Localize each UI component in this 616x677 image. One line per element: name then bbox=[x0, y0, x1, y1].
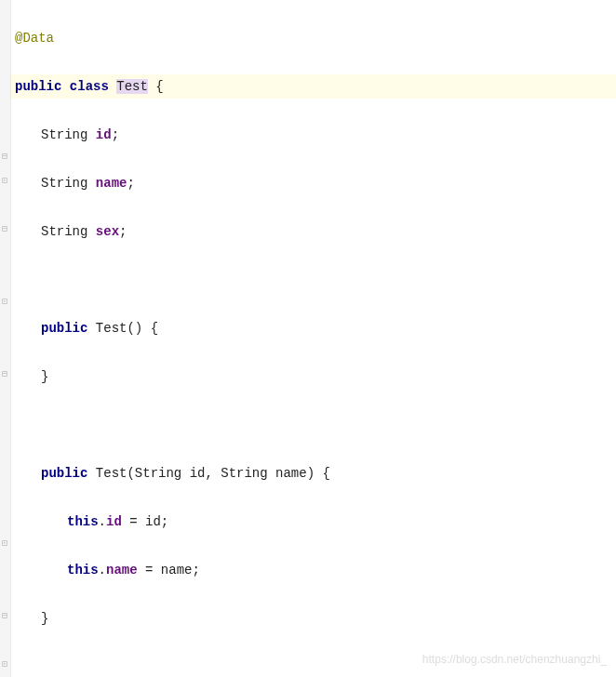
field-id: id bbox=[96, 127, 112, 142]
dot: . bbox=[99, 514, 106, 529]
assign-id: = id; bbox=[122, 514, 168, 529]
keyword-public: public bbox=[41, 321, 87, 336]
field-id: id bbox=[106, 514, 122, 529]
fold-collapse-icon[interactable]: ⊟ bbox=[0, 153, 9, 162]
editor-gutter: ⊟ ⊡ ⊟ ⊡ ⊟ ⊡ ⊟ ⊡ bbox=[0, 0, 11, 677]
keyword-public: public bbox=[41, 466, 87, 481]
type-string: String bbox=[41, 224, 87, 239]
ctor-params: (String id, String name) { bbox=[127, 466, 329, 481]
ctor-empty-sig: () { bbox=[127, 321, 158, 336]
fold-open-icon[interactable]: ⊡ bbox=[0, 298, 9, 307]
constructor-name: Test bbox=[96, 321, 127, 336]
fold-collapse-icon[interactable]: ⊟ bbox=[0, 370, 9, 379]
keyword-this: this bbox=[67, 563, 99, 577]
assign-name: = name; bbox=[138, 563, 200, 577]
brace-close: } bbox=[41, 369, 48, 384]
watermark: https://blog.csdn.net/chenzhuangzhi_ bbox=[422, 647, 607, 671]
field-name: name bbox=[106, 563, 138, 577]
semicolon: ; bbox=[127, 176, 134, 191]
semicolon: ; bbox=[119, 224, 127, 239]
fold-collapse-icon[interactable]: ⊟ bbox=[0, 612, 9, 621]
keyword-this: this bbox=[67, 514, 99, 529]
fold-open-icon[interactable]: ⊡ bbox=[0, 660, 9, 670]
type-string: String bbox=[41, 176, 87, 191]
semicolon: ; bbox=[112, 127, 119, 142]
dot: . bbox=[99, 563, 106, 577]
type-string: String bbox=[41, 127, 87, 142]
brace-open: { bbox=[148, 79, 164, 94]
keyword-public: public bbox=[15, 79, 61, 94]
brace-close: } bbox=[41, 611, 48, 626]
class-name: Test bbox=[116, 79, 148, 94]
annotation-data: @Data bbox=[15, 31, 54, 46]
keyword-class: class bbox=[70, 79, 109, 94]
constructor-name: Test bbox=[96, 466, 127, 481]
code-editor[interactable]: @Data public class Test { String id; Str… bbox=[0, 0, 616, 677]
field-sex: sex bbox=[96, 224, 119, 239]
fold-open-icon[interactable]: ⊡ bbox=[0, 177, 9, 186]
fold-open-icon[interactable]: ⊡ bbox=[0, 539, 9, 549]
field-name: name bbox=[96, 176, 127, 191]
fold-collapse-icon[interactable]: ⊟ bbox=[0, 225, 9, 234]
